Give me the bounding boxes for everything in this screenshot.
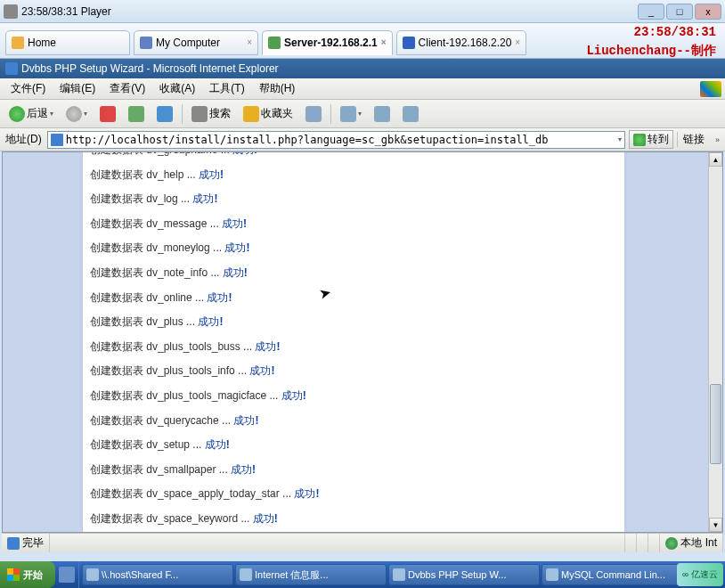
edit-icon xyxy=(403,106,419,122)
success-text: 成功! xyxy=(249,364,274,377)
taskbar-task-button[interactable]: \\.host\Shared F... xyxy=(82,564,233,585)
zone-indicator: 本地 Int xyxy=(660,534,723,552)
address-combobox[interactable]: ▾ xyxy=(47,131,625,149)
log-row: 创建数据表 dv_smallpaper ... 成功! xyxy=(90,458,617,483)
favorites-button[interactable]: 收藏夹 xyxy=(240,104,297,124)
player-app-icon xyxy=(4,4,18,19)
log-row: 创建数据表 dv_querycache ... 成功! xyxy=(90,409,617,434)
tab-my-computer[interactable]: My Computer × xyxy=(134,30,258,55)
go-button[interactable]: 转到 xyxy=(629,130,673,149)
back-button[interactable]: 后退▾ xyxy=(5,104,57,124)
player-titlebar: 23:58/38:31 Player _ □ x xyxy=(0,0,725,23)
tab-client[interactable]: Client-192.168.2.20 × xyxy=(396,30,527,55)
menu-file[interactable]: 文件(F) xyxy=(4,79,53,98)
success-text: 成功! xyxy=(231,463,256,476)
menu-favorites[interactable]: 收藏(A) xyxy=(152,79,202,98)
address-dropdown-icon[interactable]: ▾ xyxy=(618,135,622,143)
menu-tools[interactable]: 工具(T) xyxy=(202,79,251,98)
ie-menubar: 文件(F) 编辑(E) 查看(V) 收藏(A) 工具(T) 帮助(H) xyxy=(0,78,725,100)
system-tray[interactable]: ∞ 亿速云 xyxy=(677,563,723,586)
log-row: 创建数据表 dv_plus_tools_info ... 成功! xyxy=(90,359,617,384)
tab-home[interactable]: Home xyxy=(5,30,130,55)
ie-window-title: Dvbbs PHP Setup Wizard - Microsoft Inter… xyxy=(21,62,279,75)
taskbar-task-button[interactable]: MySQL Command Lin... xyxy=(542,564,693,585)
refresh-button[interactable] xyxy=(125,104,148,124)
success-text: 成功! xyxy=(253,512,278,525)
task-icon xyxy=(86,568,99,581)
scroll-down-button[interactable]: ▼ xyxy=(709,518,722,532)
log-row: 创建数据表 dv_message ... 成功! xyxy=(90,212,617,237)
tab-close-icon[interactable]: × xyxy=(381,37,387,47)
home-icon xyxy=(12,37,24,49)
client-icon xyxy=(403,37,415,49)
success-text: 成功! xyxy=(205,438,230,451)
forward-button[interactable]: ▾ xyxy=(62,104,91,124)
task-icon xyxy=(546,568,558,581)
address-label: 地址(D) xyxy=(4,132,44,147)
log-row: 创建数据表 dv_space_apply_today_star ... 成功! xyxy=(90,482,617,507)
tabstrip: Home My Computer × Server-192.168.2.1 × … xyxy=(0,23,725,59)
print-button[interactable] xyxy=(371,104,394,124)
history-icon xyxy=(305,106,322,122)
player-title: 23:58/38:31 Player xyxy=(21,5,638,18)
links-chevron-icon[interactable]: » xyxy=(713,135,721,144)
mail-button[interactable]: ▾ xyxy=(337,104,365,124)
vertical-scrollbar[interactable]: ▲ ▼ xyxy=(708,152,722,532)
success-text: 成功! xyxy=(224,241,249,254)
log-row: 创建数据表 dv_plus ... 成功! xyxy=(90,310,617,335)
menu-edit[interactable]: 编辑(E) xyxy=(53,79,102,98)
ie-viewport: 创建数据表 dv_groupname ... 成功!创建数据表 dv_help … xyxy=(2,151,723,533)
home-button[interactable] xyxy=(153,104,176,124)
success-text: 成功! xyxy=(281,389,306,402)
player-window-controls: _ □ x xyxy=(638,4,721,20)
tab-label: Home xyxy=(28,37,56,49)
task-icon xyxy=(393,568,405,581)
log-row: 创建数据表 dv_space_post ... 成功! xyxy=(90,532,617,533)
minimize-button[interactable]: _ xyxy=(638,4,664,20)
address-input[interactable] xyxy=(66,134,615,146)
ie-titlebar: Dvbbs PHP Setup Wizard - Microsoft Inter… xyxy=(0,59,725,78)
tab-close-icon[interactable]: × xyxy=(515,37,520,47)
tab-label: Client-192.168.2.20 xyxy=(419,37,512,49)
success-text: 成功! xyxy=(198,315,223,328)
success-text: 成功! xyxy=(222,217,247,230)
ie-address-bar: 地址(D) ▾ 转到 链接 » xyxy=(0,128,725,151)
success-text: 成功! xyxy=(207,291,232,304)
tab-close-icon[interactable]: × xyxy=(247,37,252,47)
success-text: 成功! xyxy=(199,168,224,181)
taskbar-task-button[interactable]: Internet 信息服... xyxy=(235,564,387,585)
log-row: 创建数据表 dv_log ... 成功! xyxy=(90,187,617,212)
search-button[interactable]: 搜索 xyxy=(188,104,234,124)
stop-button[interactable] xyxy=(96,104,119,124)
windows-logo-icon xyxy=(7,568,20,581)
quick-launch-item[interactable] xyxy=(59,567,75,583)
close-button[interactable]: x xyxy=(695,4,721,20)
print-icon xyxy=(374,106,390,122)
menu-view[interactable]: 查看(V) xyxy=(102,79,152,98)
log-row: 创建数据表 dv_plus_tools_magicface ... 成功! xyxy=(90,384,617,409)
windows-taskbar: 开始 \\.host\Shared F...Internet 信息服...Dvb… xyxy=(0,561,725,588)
forward-icon xyxy=(66,106,82,122)
menu-help[interactable]: 帮助(H) xyxy=(252,79,303,98)
page-icon xyxy=(51,134,63,146)
ie-app-icon xyxy=(5,62,18,75)
scroll-up-button[interactable]: ▲ xyxy=(709,152,722,167)
links-label[interactable]: 链接 xyxy=(677,132,710,147)
maximize-button[interactable]: □ xyxy=(666,4,693,20)
edit-button[interactable] xyxy=(399,104,422,124)
taskbar-task-button[interactable]: Dvbbs PHP Setup W... xyxy=(388,564,540,585)
log-row: 创建数据表 dv_online ... 成功! xyxy=(90,286,617,311)
ie-status-bar: 完毕 本地 Int xyxy=(2,533,723,552)
task-icon xyxy=(240,568,252,581)
success-text: 成功! xyxy=(192,192,217,205)
document-icon xyxy=(7,537,20,550)
log-row: 创建数据表 dv_setup ... 成功! xyxy=(90,433,617,458)
go-icon xyxy=(633,134,646,146)
success-text: 成功! xyxy=(232,151,257,156)
log-row: 创建数据表 dv_plus_tools_buss ... 成功! xyxy=(90,335,617,360)
start-button[interactable]: 开始 xyxy=(0,561,55,588)
tab-server[interactable]: Server-192.168.2.1 × xyxy=(262,30,393,55)
log-row: 创建数据表 dv_help ... 成功! xyxy=(90,163,617,188)
history-button[interactable] xyxy=(302,104,325,124)
scroll-thumb[interactable] xyxy=(710,384,721,464)
